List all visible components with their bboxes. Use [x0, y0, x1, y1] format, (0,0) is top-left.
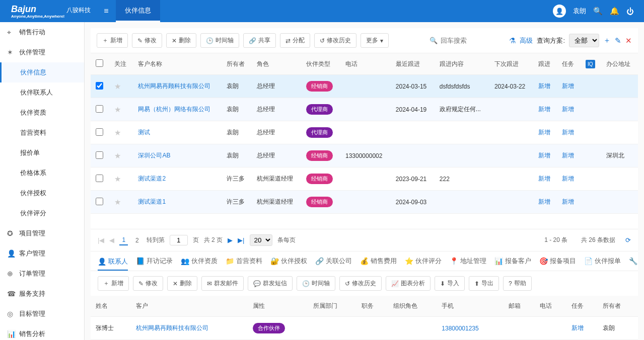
page-1[interactable]: 1: [119, 235, 128, 245]
table-row[interactable]: ★测试渠道2许三多杭州渠道经理经销商2023-09-21222新增新增: [91, 167, 638, 191]
follow-action[interactable]: 新增: [538, 106, 550, 113]
customer-name-link[interactable]: 网易（杭州）网络有限公司: [138, 106, 210, 113]
row-checkbox[interactable]: [96, 198, 103, 205]
power-icon[interactable]: ⏻: [626, 7, 634, 16]
detail-column-header[interactable]: 职务: [356, 296, 388, 317]
search-icon[interactable]: 🔍: [593, 7, 603, 16]
star-icon[interactable]: ★: [114, 151, 121, 160]
detail-task-action[interactable]: 新增: [571, 324, 584, 331]
detail-column-header[interactable]: 客户: [131, 296, 248, 317]
detail-column-header[interactable]: 姓名: [91, 296, 131, 317]
delete-button[interactable]: ✕ 删除: [166, 33, 196, 48]
follow-action[interactable]: 新增: [538, 198, 550, 205]
column-header[interactable]: 伙伴类型: [301, 53, 340, 75]
customer-name-link[interactable]: 深圳公司AB: [138, 152, 170, 159]
detail-tab[interactable]: 🎯报备项目: [539, 257, 576, 266]
task-action[interactable]: 新增: [562, 152, 574, 159]
search-input[interactable]: [441, 37, 501, 44]
detail-column-header[interactable]: 电话: [535, 296, 566, 317]
detail-tab[interactable]: 📄伙伴报单: [584, 257, 621, 266]
detail-column-header[interactable]: 属性: [248, 296, 308, 317]
detail-tab[interactable]: 👤联系人: [98, 257, 128, 271]
detail-edit-button[interactable]: ✎ 修改: [133, 276, 163, 291]
timeline-button[interactable]: 🕒 时间轴: [200, 33, 239, 48]
edit-button[interactable]: ✎ 修改: [132, 33, 162, 48]
customer-name-link[interactable]: 测试渠道2: [138, 175, 166, 182]
detail-tab[interactable]: 📁首营资料: [226, 257, 262, 266]
next-page-icon[interactable]: ▶: [228, 236, 233, 244]
detail-tab[interactable]: 📊报备客户: [494, 257, 531, 266]
first-page-icon[interactable]: |◀: [98, 236, 104, 244]
sidebar-item[interactable]: ✪项目管理: [0, 223, 84, 243]
column-header[interactable]: 最近跟进: [391, 53, 435, 75]
sidebar-subitem[interactable]: 报价单: [0, 143, 84, 163]
goto-page-input[interactable]: [170, 235, 188, 245]
detail-column-header[interactable]: 组织角色: [388, 296, 437, 317]
star-icon[interactable]: ★: [114, 82, 121, 91]
avatar[interactable]: 👤: [553, 5, 566, 18]
scheme-select[interactable]: 全部: [569, 34, 599, 47]
sidebar-item[interactable]: ⊕订单管理: [0, 264, 84, 284]
column-header[interactable]: IQ: [581, 53, 601, 75]
detail-column-header[interactable]: 所有者: [598, 296, 638, 317]
detail-history-button[interactable]: ↺ 修改历史: [339, 276, 382, 291]
table-row[interactable]: ★深圳公司AB袁朗总经理经销商13300000002新增新增深圳北: [91, 144, 638, 167]
table-row[interactable]: ★测试渠道1许三多杭州渠道经理经销商2024-09-03新增新增: [91, 191, 638, 214]
sidebar-item[interactable]: 👤客户管理: [0, 243, 84, 264]
customer-name-link[interactable]: 测试: [138, 129, 150, 136]
detail-tab[interactable]: 🔧服务工单: [629, 257, 638, 266]
column-header[interactable]: 办公地址: [601, 53, 638, 75]
detail-column-header[interactable]: 邮箱: [504, 296, 535, 317]
follow-action[interactable]: 新增: [538, 175, 550, 182]
detail-tab[interactable]: 💰销售费用: [360, 257, 397, 266]
table-row[interactable]: ★测试袁朗总经理代理商新增新增: [91, 121, 638, 144]
sidebar-item[interactable]: ◎目标管理: [0, 304, 84, 324]
detail-tab[interactable]: 📍地址管理: [450, 257, 486, 266]
star-icon[interactable]: ★: [114, 198, 121, 206]
main-tab-partner-info[interactable]: 伙伴信息: [116, 0, 160, 22]
detail-tab[interactable]: 📘拜访记录: [136, 257, 173, 266]
customer-name-link[interactable]: 杭州网易再顾科技有限公司: [138, 82, 210, 90]
star-icon[interactable]: ★: [114, 105, 121, 114]
column-header[interactable]: 下次跟进: [489, 53, 533, 75]
detail-chart-button[interactable]: 📈 图表分析: [386, 276, 431, 291]
detail-groupmail-button[interactable]: ✉ 群发邮件: [201, 276, 244, 291]
detail-column-header[interactable]: 任务: [566, 296, 598, 317]
task-action[interactable]: 新增: [562, 106, 574, 113]
task-action[interactable]: 新增: [562, 175, 574, 182]
share-button[interactable]: 🔗 共享: [243, 33, 276, 48]
sidebar-subitem[interactable]: 伙伴信息: [0, 62, 84, 82]
row-checkbox[interactable]: [96, 105, 103, 113]
filter-icon[interactable]: ⚗: [509, 36, 516, 45]
column-header[interactable]: 关注: [109, 53, 133, 75]
column-header[interactable]: 跟进内容: [435, 53, 489, 75]
page-size-select[interactable]: 20: [250, 234, 272, 246]
column-header[interactable]: 角色: [252, 53, 301, 75]
close-icon[interactable]: ✕: [625, 36, 632, 45]
user-name[interactable]: 袁朗: [573, 7, 586, 16]
sidebar-subitem[interactable]: 首营资料: [0, 123, 84, 143]
detail-column-header[interactable]: 所属部门: [308, 296, 357, 317]
mobile-link[interactable]: 13800001235: [442, 325, 478, 332]
detail-customer-link[interactable]: 杭州网易再顾科技有限公司: [136, 324, 208, 331]
detail-groupsms-button[interactable]: 💬 群发短信: [248, 276, 293, 291]
detail-tab[interactable]: 🔐伙伴授权: [270, 257, 307, 266]
column-header[interactable]: 客户名称: [133, 53, 221, 75]
plus-icon[interactable]: ＋: [603, 36, 611, 45]
sidebar-subitem[interactable]: 伙伴评分: [0, 203, 84, 223]
prev-page-icon[interactable]: ◀: [109, 236, 114, 244]
history-button[interactable]: ↺ 修改历史: [314, 33, 356, 48]
refresh-icon[interactable]: ⟳: [625, 236, 631, 244]
sidebar-item[interactable]: 📊销售分析: [0, 324, 84, 340]
advanced-link[interactable]: 高级: [520, 36, 533, 45]
detail-row[interactable]: 张博士杭州网易再顾科技有限公司合作伙伴13800001235新增袁朗: [91, 317, 638, 340]
bell-icon[interactable]: 🔔: [610, 7, 619, 16]
table-row[interactable]: ★网易（杭州）网络有限公司袁朗总经理代理商2024-04-19政府规定任何...…: [91, 98, 638, 121]
task-action[interactable]: 新增: [562, 129, 574, 136]
sidebar-subitem[interactable]: 伙伴联系人: [0, 82, 84, 103]
follow-action[interactable]: 新增: [538, 152, 550, 159]
sidebar-item[interactable]: ☎服务支持: [0, 284, 84, 304]
more-button[interactable]: 更多 ▾: [361, 33, 389, 48]
pencil-icon[interactable]: ✎: [615, 36, 621, 45]
detail-help-button[interactable]: ? 帮助: [503, 276, 532, 291]
